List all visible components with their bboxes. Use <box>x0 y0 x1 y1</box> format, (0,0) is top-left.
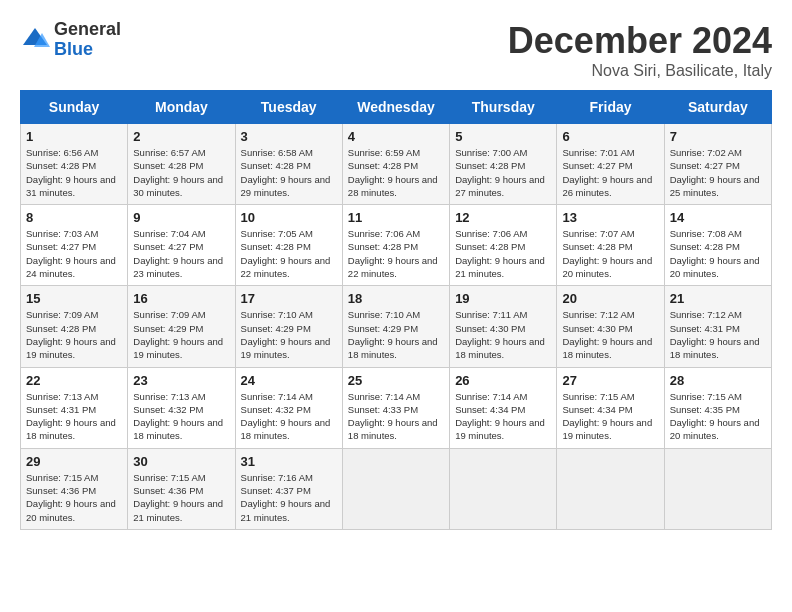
day-info: Sunrise: 7:10 AM Sunset: 4:29 PM Dayligh… <box>241 308 337 361</box>
day-number: 4 <box>348 129 444 144</box>
day-info: Sunrise: 7:15 AM Sunset: 4:36 PM Dayligh… <box>26 471 122 524</box>
day-info: Sunrise: 6:57 AM Sunset: 4:28 PM Dayligh… <box>133 146 229 199</box>
day-number: 6 <box>562 129 658 144</box>
day-info: Sunrise: 7:11 AM Sunset: 4:30 PM Dayligh… <box>455 308 551 361</box>
day-info: Sunrise: 7:09 AM Sunset: 4:28 PM Dayligh… <box>26 308 122 361</box>
day-number: 2 <box>133 129 229 144</box>
day-number: 1 <box>26 129 122 144</box>
calendar-cell: 13Sunrise: 7:07 AM Sunset: 4:28 PM Dayli… <box>557 205 664 286</box>
calendar-cell: 29Sunrise: 7:15 AM Sunset: 4:36 PM Dayli… <box>21 448 128 529</box>
day-info: Sunrise: 6:59 AM Sunset: 4:28 PM Dayligh… <box>348 146 444 199</box>
logo: General Blue <box>20 20 121 60</box>
day-number: 3 <box>241 129 337 144</box>
month-title: December 2024 <box>508 20 772 62</box>
day-number: 9 <box>133 210 229 225</box>
title-area: December 2024 Nova Siri, Basilicate, Ita… <box>508 20 772 80</box>
calendar-cell: 15Sunrise: 7:09 AM Sunset: 4:28 PM Dayli… <box>21 286 128 367</box>
calendar-cell: 22Sunrise: 7:13 AM Sunset: 4:31 PM Dayli… <box>21 367 128 448</box>
day-info: Sunrise: 7:15 AM Sunset: 4:36 PM Dayligh… <box>133 471 229 524</box>
day-number: 31 <box>241 454 337 469</box>
calendar-cell: 2Sunrise: 6:57 AM Sunset: 4:28 PM Daylig… <box>128 124 235 205</box>
day-of-week-thursday: Thursday <box>450 91 557 124</box>
day-number: 20 <box>562 291 658 306</box>
calendar-cell: 9Sunrise: 7:04 AM Sunset: 4:27 PM Daylig… <box>128 205 235 286</box>
day-info: Sunrise: 7:09 AM Sunset: 4:29 PM Dayligh… <box>133 308 229 361</box>
day-info: Sunrise: 7:04 AM Sunset: 4:27 PM Dayligh… <box>133 227 229 280</box>
day-number: 22 <box>26 373 122 388</box>
day-info: Sunrise: 7:02 AM Sunset: 4:27 PM Dayligh… <box>670 146 766 199</box>
calendar-cell: 27Sunrise: 7:15 AM Sunset: 4:34 PM Dayli… <box>557 367 664 448</box>
logo-icon <box>20 25 50 55</box>
day-of-week-sunday: Sunday <box>21 91 128 124</box>
day-info: Sunrise: 7:16 AM Sunset: 4:37 PM Dayligh… <box>241 471 337 524</box>
day-number: 25 <box>348 373 444 388</box>
calendar-cell: 1Sunrise: 6:56 AM Sunset: 4:28 PM Daylig… <box>21 124 128 205</box>
calendar-cell: 25Sunrise: 7:14 AM Sunset: 4:33 PM Dayli… <box>342 367 449 448</box>
calendar-cell: 12Sunrise: 7:06 AM Sunset: 4:28 PM Dayli… <box>450 205 557 286</box>
day-number: 24 <box>241 373 337 388</box>
calendar-cell: 21Sunrise: 7:12 AM Sunset: 4:31 PM Dayli… <box>664 286 771 367</box>
day-number: 8 <box>26 210 122 225</box>
day-info: Sunrise: 7:14 AM Sunset: 4:34 PM Dayligh… <box>455 390 551 443</box>
day-info: Sunrise: 7:15 AM Sunset: 4:34 PM Dayligh… <box>562 390 658 443</box>
day-number: 26 <box>455 373 551 388</box>
day-of-week-wednesday: Wednesday <box>342 91 449 124</box>
calendar-cell: 8Sunrise: 7:03 AM Sunset: 4:27 PM Daylig… <box>21 205 128 286</box>
day-info: Sunrise: 7:14 AM Sunset: 4:32 PM Dayligh… <box>241 390 337 443</box>
day-number: 7 <box>670 129 766 144</box>
header: General Blue December 2024 Nova Siri, Ba… <box>20 20 772 80</box>
calendar-cell <box>557 448 664 529</box>
day-info: Sunrise: 7:05 AM Sunset: 4:28 PM Dayligh… <box>241 227 337 280</box>
calendar-cell <box>450 448 557 529</box>
day-number: 23 <box>133 373 229 388</box>
day-info: Sunrise: 7:10 AM Sunset: 4:29 PM Dayligh… <box>348 308 444 361</box>
logo-blue: Blue <box>54 40 121 60</box>
calendar-cell: 11Sunrise: 7:06 AM Sunset: 4:28 PM Dayli… <box>342 205 449 286</box>
calendar-cell: 16Sunrise: 7:09 AM Sunset: 4:29 PM Dayli… <box>128 286 235 367</box>
calendar-cell <box>342 448 449 529</box>
calendar-cell: 26Sunrise: 7:14 AM Sunset: 4:34 PM Dayli… <box>450 367 557 448</box>
day-info: Sunrise: 7:00 AM Sunset: 4:28 PM Dayligh… <box>455 146 551 199</box>
day-number: 30 <box>133 454 229 469</box>
day-info: Sunrise: 7:12 AM Sunset: 4:30 PM Dayligh… <box>562 308 658 361</box>
calendar-week-row: 8Sunrise: 7:03 AM Sunset: 4:27 PM Daylig… <box>21 205 772 286</box>
day-info: Sunrise: 7:13 AM Sunset: 4:31 PM Dayligh… <box>26 390 122 443</box>
day-of-week-monday: Monday <box>128 91 235 124</box>
day-info: Sunrise: 7:13 AM Sunset: 4:32 PM Dayligh… <box>133 390 229 443</box>
day-number: 18 <box>348 291 444 306</box>
calendar-cell <box>664 448 771 529</box>
day-number: 12 <box>455 210 551 225</box>
calendar-cell: 7Sunrise: 7:02 AM Sunset: 4:27 PM Daylig… <box>664 124 771 205</box>
day-number: 15 <box>26 291 122 306</box>
calendar-cell: 3Sunrise: 6:58 AM Sunset: 4:28 PM Daylig… <box>235 124 342 205</box>
day-number: 28 <box>670 373 766 388</box>
day-info: Sunrise: 7:08 AM Sunset: 4:28 PM Dayligh… <box>670 227 766 280</box>
calendar-cell: 5Sunrise: 7:00 AM Sunset: 4:28 PM Daylig… <box>450 124 557 205</box>
calendar-cell: 19Sunrise: 7:11 AM Sunset: 4:30 PM Dayli… <box>450 286 557 367</box>
calendar-cell: 17Sunrise: 7:10 AM Sunset: 4:29 PM Dayli… <box>235 286 342 367</box>
day-of-week-friday: Friday <box>557 91 664 124</box>
day-info: Sunrise: 6:58 AM Sunset: 4:28 PM Dayligh… <box>241 146 337 199</box>
calendar-cell: 18Sunrise: 7:10 AM Sunset: 4:29 PM Dayli… <box>342 286 449 367</box>
day-number: 13 <box>562 210 658 225</box>
day-of-week-saturday: Saturday <box>664 91 771 124</box>
day-number: 5 <box>455 129 551 144</box>
day-number: 10 <box>241 210 337 225</box>
calendar-cell: 4Sunrise: 6:59 AM Sunset: 4:28 PM Daylig… <box>342 124 449 205</box>
day-info: Sunrise: 6:56 AM Sunset: 4:28 PM Dayligh… <box>26 146 122 199</box>
calendar-cell: 10Sunrise: 7:05 AM Sunset: 4:28 PM Dayli… <box>235 205 342 286</box>
calendar-cell: 31Sunrise: 7:16 AM Sunset: 4:37 PM Dayli… <box>235 448 342 529</box>
calendar-cell: 28Sunrise: 7:15 AM Sunset: 4:35 PM Dayli… <box>664 367 771 448</box>
day-info: Sunrise: 7:06 AM Sunset: 4:28 PM Dayligh… <box>455 227 551 280</box>
day-info: Sunrise: 7:06 AM Sunset: 4:28 PM Dayligh… <box>348 227 444 280</box>
day-of-week-tuesday: Tuesday <box>235 91 342 124</box>
day-number: 19 <box>455 291 551 306</box>
calendar-cell: 20Sunrise: 7:12 AM Sunset: 4:30 PM Dayli… <box>557 286 664 367</box>
calendar-cell: 14Sunrise: 7:08 AM Sunset: 4:28 PM Dayli… <box>664 205 771 286</box>
calendar-week-row: 29Sunrise: 7:15 AM Sunset: 4:36 PM Dayli… <box>21 448 772 529</box>
day-number: 21 <box>670 291 766 306</box>
day-info: Sunrise: 7:12 AM Sunset: 4:31 PM Dayligh… <box>670 308 766 361</box>
day-number: 29 <box>26 454 122 469</box>
location-title: Nova Siri, Basilicate, Italy <box>508 62 772 80</box>
calendar-cell: 24Sunrise: 7:14 AM Sunset: 4:32 PM Dayli… <box>235 367 342 448</box>
